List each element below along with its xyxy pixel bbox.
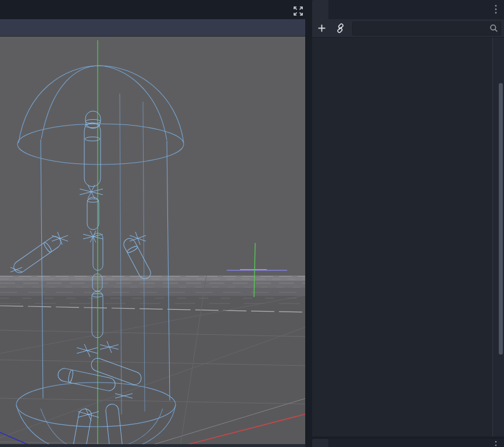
inspector-menu-ellipsis-icon[interactable] [495, 440, 497, 447]
scene-tree-content [312, 38, 493, 437]
3d-viewport-canvas[interactable] [0, 37, 305, 447]
scene-dock [312, 0, 504, 447]
scene-tree [312, 38, 504, 437]
dock-tabbar [312, 0, 504, 19]
3d-scene-render [0, 37, 305, 447]
tab-import[interactable] [331, 0, 348, 19]
scene-toolbar [312, 19, 504, 37]
tab-inspector[interactable] [312, 439, 328, 447]
filter-nodes-field [352, 22, 501, 35]
filter-nodes-input[interactable] [352, 22, 501, 35]
viewport-toolbar [0, 19, 305, 37]
viewport-bottom-edge [0, 444, 305, 447]
tab-scene[interactable] [312, 0, 328, 19]
tab-node[interactable] [331, 439, 348, 447]
scrollbar-thumb[interactable] [499, 83, 503, 355]
instance-scene-button[interactable] [333, 22, 348, 35]
dock-menu-ellipsis-icon[interactable] [494, 4, 498, 16]
expand-viewport-icon[interactable] [292, 5, 304, 17]
viewport-header [0, 0, 305, 19]
viewport-region [0, 0, 305, 447]
scene-tree-scrollbar[interactable] [493, 38, 504, 437]
add-node-button[interactable] [314, 22, 329, 35]
inspector-tabbar [312, 439, 504, 447]
